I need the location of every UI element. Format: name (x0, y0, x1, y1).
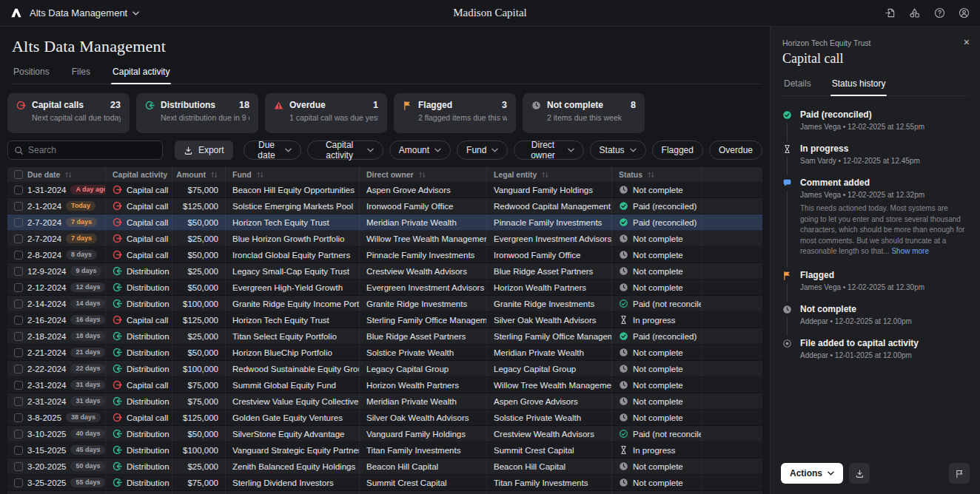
distribution-icon (113, 348, 122, 357)
help-icon[interactable] (934, 7, 945, 18)
panel-flag-button[interactable] (949, 463, 970, 484)
tab-positions[interactable]: Positions (12, 67, 51, 84)
filter-direct-owner[interactable]: Direct owner (514, 141, 583, 160)
column-header-fund[interactable]: Fund (226, 167, 360, 182)
filter-flagged[interactable]: Flagged (652, 141, 703, 160)
summary-card-capital-calls[interactable]: Capital calls23Next capital call due tod… (7, 93, 130, 133)
clock-icon (619, 461, 628, 471)
table-row[interactable]: 2-8-20248 daysCapital call$50,000Ironcla… (7, 247, 762, 263)
search-input[interactable] (28, 145, 156, 155)
column-header-due-date[interactable]: Due date (7, 167, 106, 182)
table-row[interactable]: 2-7-20247 daysCapital call$25,000Blue Ho… (7, 231, 762, 247)
close-icon[interactable]: × (964, 37, 970, 47)
table-row[interactable]: 2-7-20247 daysCapital call$50,000Horizon… (7, 214, 762, 231)
summary-card-overdue[interactable]: Overdue11 capital call was due yesterday (265, 93, 387, 133)
table-row[interactable]: 2-14-202414 daysDistribution$100,000Gran… (7, 296, 762, 312)
row-checkbox[interactable] (14, 413, 23, 422)
tab-capital-activity[interactable]: Capital activity (111, 67, 171, 84)
activity-label: Distribution (127, 397, 170, 406)
column-header-status[interactable]: Status (612, 167, 702, 182)
summary-card-distributions[interactable]: Distributions18Next distribution due in … (136, 93, 258, 133)
row-checkbox[interactable] (14, 316, 23, 325)
fund: SilverStone Equity Advantage (232, 430, 345, 439)
table-row[interactable]: 12-9-20249 daysDistribution$25,000Legacy… (7, 263, 762, 280)
download-icon (184, 146, 193, 155)
show-more-link[interactable]: Show more (891, 247, 929, 255)
panel-tab-details[interactable]: Details (782, 78, 813, 95)
table-row[interactable]: 2-31-202431 daysDistribution$75,000Crest… (7, 393, 762, 410)
table-row[interactable]: 2-21-202421 daysDistribution$50,000Horiz… (7, 345, 762, 361)
row-checkbox[interactable] (14, 381, 23, 390)
row-checkbox[interactable] (14, 397, 23, 406)
table-row[interactable]: 2-22-202422 daysDistribution$100,000Redw… (7, 361, 762, 377)
filter-overdue[interactable]: Overdue (709, 141, 762, 160)
column-header-legal-entity[interactable]: Legal entity (487, 167, 612, 182)
capital-call-icon (113, 315, 122, 325)
column-header-amount[interactable]: Amount (172, 167, 226, 182)
column-header-direct-owner[interactable]: Direct owner (360, 167, 487, 182)
account-icon[interactable] (959, 7, 970, 18)
row-checkbox[interactable] (14, 267, 23, 276)
row-checkbox[interactable] (14, 365, 23, 373)
select-all-checkbox[interactable] (14, 170, 23, 179)
row-checkbox[interactable] (14, 478, 23, 487)
row-checkbox[interactable] (14, 283, 23, 292)
row-checkbox[interactable] (14, 218, 23, 227)
table-row[interactable]: 2-12-202412 daysDistribution$50,000Everg… (7, 280, 762, 296)
filter-status[interactable]: Status (590, 141, 646, 160)
table-row[interactable]: 3-28-202558 daysCapital call$125,000Apex… (7, 491, 762, 494)
row-checkbox[interactable] (14, 251, 23, 260)
panel-tab-status-history[interactable]: Status history (830, 78, 887, 95)
summary-card-not-complete[interactable]: Not complete82 items due this week (523, 93, 645, 133)
table-row[interactable]: 3-8-202538 daysCapital call$125,000Golde… (7, 410, 762, 426)
row-checkbox[interactable] (14, 234, 23, 243)
panel-download-button[interactable] (849, 463, 870, 484)
import-file-icon[interactable] (885, 7, 896, 18)
due-badge: 18 days (70, 331, 105, 341)
table-row[interactable]: 3-10-202540 daysDistribution$50,000Silve… (7, 426, 762, 442)
legal-entity: Sterling Family Office Management (494, 332, 612, 341)
filter-amount[interactable]: Amount (389, 141, 451, 160)
summary-card-flagged[interactable]: Flagged32 flagged items due this week (394, 93, 516, 133)
empty-cell (702, 247, 762, 263)
export-label: Export (198, 145, 224, 155)
direct-owner: Legacy Capital Group (366, 365, 449, 373)
table-row[interactable]: 3-25-202555 daysDistribution$75,000Sterl… (7, 475, 762, 491)
table-row[interactable]: 1-31-2024A day agoCapital call$75,000Bea… (7, 182, 762, 198)
table-row[interactable]: 3-20-202550 daysDistribution$25,000Zenit… (7, 459, 762, 475)
row-checkbox[interactable] (14, 348, 23, 357)
column-header-capital-activity[interactable]: Capital activity (106, 167, 172, 182)
empty-cell (702, 312, 762, 328)
assets-shapes-icon[interactable] (909, 7, 921, 18)
empty-cell (702, 491, 762, 494)
row-checkbox[interactable] (14, 332, 23, 341)
distribution-icon (113, 364, 122, 373)
amount: $25,000 (187, 267, 218, 276)
row-checkbox[interactable] (14, 186, 23, 194)
row-checkbox[interactable] (14, 202, 23, 211)
table-row[interactable]: 2-1-2024TodayCapital call$125,000Solstic… (7, 198, 762, 214)
activity-label: Distribution (127, 446, 170, 455)
timeline-title: Not complete (800, 304, 968, 314)
row-checkbox[interactable] (14, 430, 23, 439)
row-checkbox[interactable] (14, 446, 23, 455)
export-button[interactable]: Export (175, 141, 233, 160)
table-row[interactable]: 2-18-202418 daysDistribution$25,000Titan… (7, 328, 762, 345)
app-switcher[interactable]: Alts Data Management (30, 7, 139, 18)
row-checkbox[interactable] (14, 462, 23, 471)
table-row[interactable]: 2-31-202431 daysCapital call$75,000Summi… (7, 377, 762, 393)
direct-owner: Silver Oak Wealth Advisors (366, 413, 469, 422)
direct-owner: Evergreen Investment Advisors (366, 283, 484, 292)
direct-owner: Horizon Wealth Partners (366, 381, 459, 390)
filter-fund[interactable]: Fund (457, 141, 508, 160)
actions-button[interactable]: Actions (781, 463, 843, 484)
tab-files[interactable]: Files (70, 67, 92, 84)
amount: $125,000 (183, 202, 218, 211)
status-label: Paid (reconciled) (633, 332, 697, 341)
filter-capital-activity[interactable]: Capital activity (307, 141, 383, 160)
comment-icon (782, 178, 793, 189)
table-row[interactable]: 3-15-202545 daysDistribution$100,000Vang… (7, 442, 762, 459)
table-row[interactable]: 2-16-202416 daysCapital call$125,000Hori… (7, 312, 762, 328)
filter-due-date[interactable]: Due date (244, 141, 302, 160)
row-checkbox[interactable] (14, 300, 23, 308)
